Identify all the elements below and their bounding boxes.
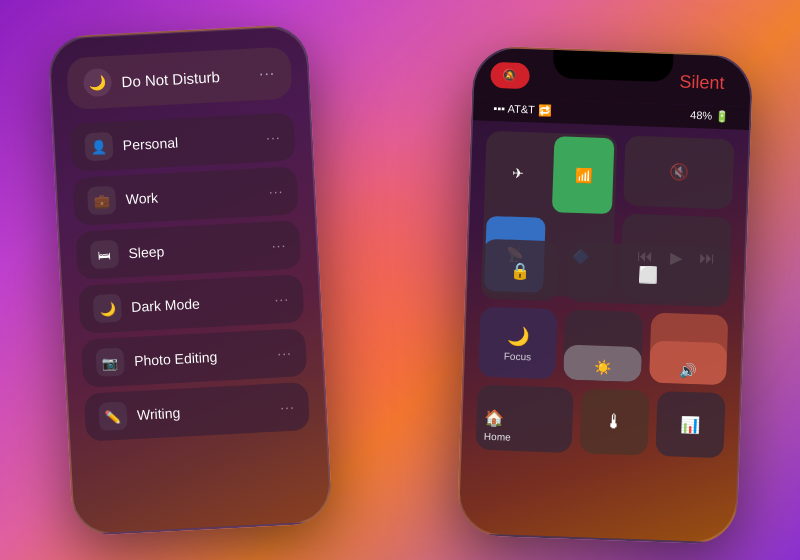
home-label: Home — [484, 431, 511, 443]
cc-focus-row: 🌙 Focus ☀️ 🔊 — [478, 307, 728, 386]
dnd-header[interactable]: 🌙 Do Not Disturb ··· — [66, 46, 292, 110]
brightness-slider[interactable]: ☀️ — [563, 310, 643, 383]
widget-1-btn[interactable]: 🌡 — [579, 388, 649, 455]
work-label: Work — [125, 184, 259, 207]
widget-2-icon: 📊 — [680, 415, 701, 435]
photo-editing-dots[interactable]: ··· — [277, 345, 292, 362]
phone-right: 🔕 Silent ▪▪▪ AT&T 🔁 48% 🔋 ✈ 📶 📡 — [457, 45, 754, 544]
rotation-lock-icon: 🔒 — [510, 260, 531, 280]
wifi-icon: 🔁 — [538, 104, 552, 116]
personal-label: Personal — [122, 130, 256, 153]
focus-item-writing[interactable]: ✏️ Writing ··· — [84, 382, 310, 442]
focus-item-work[interactable]: 💼 Work ··· — [73, 166, 299, 226]
writing-label: Writing — [137, 400, 271, 423]
dnd-title: Do Not Disturb — [121, 66, 249, 90]
control-center-grid: ✈ 📶 📡 🔷 🔇 ⏮ ▶ ⏭ — [461, 120, 749, 476]
personal-dots[interactable]: ··· — [266, 129, 281, 146]
status-icons: 48% 🔋 — [690, 109, 730, 123]
focus-item-personal[interactable]: 👤 Personal ··· — [70, 112, 296, 172]
cellular-btn[interactable]: 📶 — [552, 136, 614, 214]
mute-cc-btn[interactable]: 🔇 — [623, 136, 734, 209]
mute-icon: 🔇 — [668, 162, 689, 182]
carrier-text: ▪▪▪ AT&T 🔁 — [493, 102, 552, 117]
photo-editing-label: Photo Editing — [134, 346, 268, 369]
sleep-dots[interactable]: ··· — [271, 237, 286, 254]
focus-btn[interactable]: 🌙 Focus — [478, 307, 558, 380]
darkmode-dots[interactable]: ··· — [274, 291, 289, 308]
silent-button[interactable]: 🔕 — [490, 62, 530, 89]
focus-item-darkmode[interactable]: 🌙 Dark Mode ··· — [78, 274, 304, 334]
cc-home-row: 🏠 Home 🌡 📊 — [476, 385, 726, 459]
home-btn[interactable]: 🏠 Home — [476, 385, 574, 453]
brightness-icon: ☀️ — [593, 359, 611, 382]
focus-item-photo-editing[interactable]: 📷 Photo Editing ··· — [81, 328, 307, 388]
home-icon: 🏠 — [484, 408, 505, 428]
focus-moon-icon: 🌙 — [507, 324, 530, 347]
phone-notch — [553, 50, 674, 82]
work-icon: 💼 — [87, 186, 116, 215]
cc-row-2: 🔒 ⬜ — [481, 239, 731, 308]
darkmode-icon: 🌙 — [93, 294, 122, 323]
personal-icon: 👤 — [84, 132, 113, 161]
dnd-moon-icon: 🌙 — [83, 68, 112, 97]
screen-rotation-btn[interactable]: 🔒 — [481, 239, 560, 302]
phone-left-content: 🌙 Do Not Disturb ··· 👤 Personal ··· 💼 Wo… — [49, 26, 331, 535]
screen-mirror-btn[interactable]: ⬜ — [566, 242, 731, 308]
volume-slider[interactable]: 🔊 — [649, 313, 729, 386]
mirror-icon: ⬜ — [638, 265, 659, 285]
focus-label: Focus — [504, 350, 532, 362]
signal-icon: ▪▪▪ — [493, 102, 505, 114]
phone-left: 🌙 Do Not Disturb ··· 👤 Personal ··· 💼 Wo… — [47, 24, 333, 537]
dnd-dots[interactable]: ··· — [259, 64, 276, 83]
sleep-label: Sleep — [128, 238, 262, 261]
battery-text: 48% 🔋 — [690, 109, 730, 123]
work-dots[interactable]: ··· — [268, 183, 283, 200]
photo-editing-icon: 📷 — [95, 348, 124, 377]
widget-2-btn[interactable]: 📊 — [655, 391, 725, 458]
writing-dots[interactable]: ··· — [280, 399, 295, 416]
airplane-mode-btn[interactable]: ✈ — [484, 131, 552, 215]
darkmode-label: Dark Mode — [131, 292, 265, 315]
writing-icon: ✏️ — [98, 402, 127, 431]
volume-icon: 🔊 — [679, 362, 697, 385]
cc-top-row: ✈ 📶 📡 🔷 🔇 ⏮ ▶ ⏭ — [483, 131, 734, 240]
sleep-icon: 🛏 — [90, 240, 119, 269]
focus-item-sleep[interactable]: 🛏 Sleep ··· — [75, 220, 301, 280]
mute-icon: 🔕 — [502, 68, 517, 83]
widget-1-icon: 🌡 — [604, 410, 625, 434]
